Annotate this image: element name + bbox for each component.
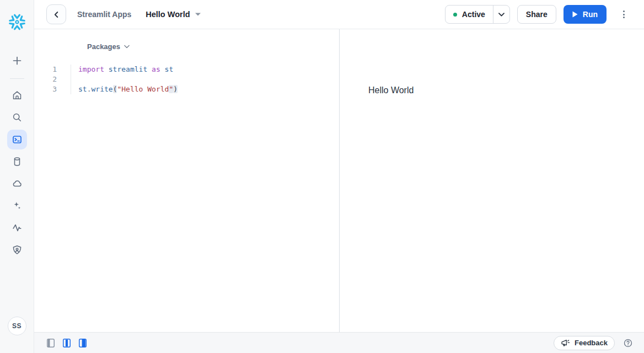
sidebar-item-cloud[interactable]	[7, 174, 27, 194]
database-icon	[12, 156, 23, 167]
app-preview-pane: Hello World	[340, 29, 644, 332]
code-token: import	[78, 65, 109, 73]
left-rail: SS	[0, 0, 34, 353]
home-icon	[12, 90, 23, 101]
help-button[interactable]	[623, 338, 633, 348]
sparkles-icon	[12, 200, 23, 211]
packages-label: Packages	[87, 42, 120, 51]
code-token: write	[91, 85, 112, 93]
status-button[interactable]: Active	[446, 6, 493, 23]
sidebar-item-activity[interactable]	[7, 218, 27, 238]
chevron-left-icon	[52, 10, 61, 19]
code-token: )	[173, 85, 178, 93]
sidebar-item-home[interactable]	[7, 85, 27, 105]
status-label: Active	[462, 10, 485, 19]
status-dropdown-button[interactable]	[493, 6, 509, 23]
caret-down-icon	[195, 13, 201, 16]
line-number: 2	[34, 74, 71, 84]
line-number: 1	[34, 65, 71, 74]
back-button[interactable]	[46, 4, 66, 24]
share-button[interactable]: Share	[517, 5, 556, 24]
new-item-button[interactable]	[7, 51, 27, 71]
feedback-label: Feedback	[575, 339, 608, 347]
chevron-down-icon	[124, 45, 130, 49]
code-editor[interactable]: 1import streamlit as st23st.write("Hello…	[34, 65, 339, 94]
layout-editor-only-button[interactable]	[47, 339, 55, 347]
code-token: as	[152, 65, 164, 73]
run-label: Run	[583, 10, 598, 19]
play-icon	[572, 11, 578, 18]
feedback-button[interactable]: Feedback	[554, 336, 615, 350]
code-line[interactable]: 2	[34, 74, 339, 84]
code-editor-pane: Packages 1import streamlit as st23st.wri…	[34, 29, 339, 332]
code-token: st	[165, 65, 174, 73]
code-line[interactable]: 1import streamlit as st	[34, 65, 339, 74]
user-avatar[interactable]: SS	[8, 317, 26, 335]
code-token: st	[78, 85, 87, 93]
more-options-button[interactable]	[616, 5, 631, 24]
run-button[interactable]: Run	[564, 5, 607, 24]
chevron-down-icon	[498, 13, 505, 17]
layout-preview-only-button[interactable]	[79, 339, 87, 347]
sidebar-item-data[interactable]	[7, 152, 27, 172]
search-icon	[12, 112, 23, 123]
shield-user-icon	[12, 244, 23, 255]
plus-icon	[12, 55, 23, 66]
terminal-icon	[12, 134, 23, 145]
cloud-icon	[12, 178, 23, 189]
kebab-icon	[623, 10, 625, 12]
line-number: 3	[34, 84, 71, 94]
breadcrumb-section[interactable]: Streamlit Apps	[77, 10, 131, 19]
code-text	[71, 74, 78, 84]
activity-pulse-icon	[12, 222, 23, 233]
sidebar-item-projects[interactable]	[7, 130, 27, 149]
layout-split-icon	[63, 339, 71, 347]
code-line[interactable]: 3st.write("Hello World")	[34, 84, 339, 94]
code-text: st.write("Hello World")	[71, 84, 178, 94]
breadcrumb-current[interactable]: Hello World	[146, 10, 200, 19]
megaphone-icon	[561, 339, 570, 347]
layout-toggles	[47, 339, 87, 347]
snowflake-logo[interactable]	[6, 11, 28, 33]
code-text: import streamlit as st	[71, 65, 173, 74]
sidebar-item-admin[interactable]	[7, 240, 27, 260]
breadcrumb: Streamlit Apps Hello World	[77, 10, 201, 19]
sidebar-item-ai[interactable]	[7, 196, 27, 216]
status-control: Active	[445, 5, 510, 24]
streamlit-output-text: Hello World	[340, 29, 644, 95]
app-title: Hello World	[146, 10, 190, 19]
snowflake-icon	[7, 12, 27, 32]
sidebar-item-search[interactable]	[7, 108, 27, 127]
avatar-initials: SS	[12, 322, 22, 330]
code-token: "Hello World	[117, 85, 169, 93]
status-dot-icon	[453, 13, 457, 17]
bottom-bar: Feedback	[34, 332, 644, 353]
layout-preview-only-icon	[79, 339, 87, 347]
help-circle-icon	[623, 338, 633, 348]
layout-editor-only-icon	[47, 339, 55, 347]
top-bar: Streamlit Apps Hello World Active	[34, 0, 644, 29]
packages-dropdown[interactable]: Packages	[87, 42, 130, 51]
rail-divider	[10, 78, 24, 79]
code-token: streamlit	[109, 65, 152, 73]
layout-split-button[interactable]	[63, 339, 71, 347]
